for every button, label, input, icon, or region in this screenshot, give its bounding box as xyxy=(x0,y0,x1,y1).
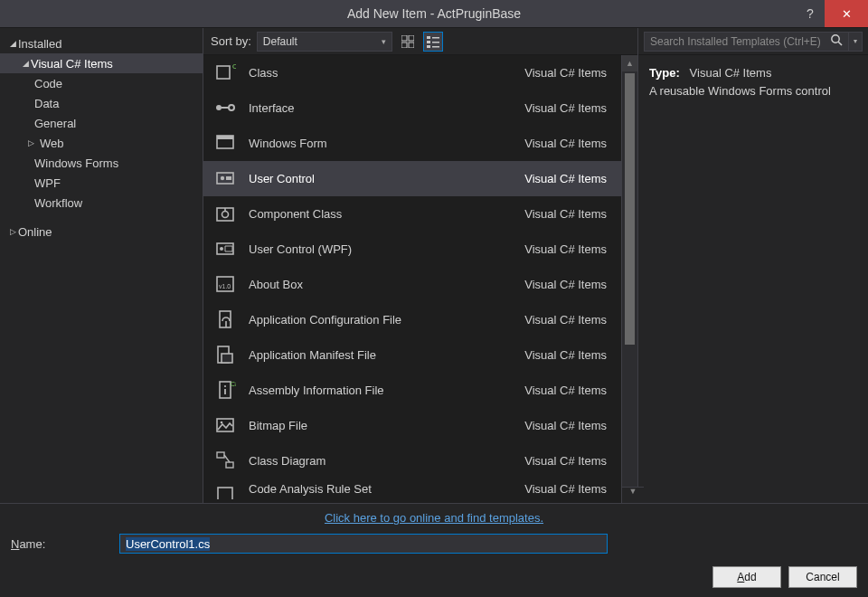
collapse-arrow-icon: ◢ xyxy=(20,59,31,68)
template-lang: Visual C# Items xyxy=(524,101,612,115)
template-lang: Visual C# Items xyxy=(524,207,612,221)
template-label: Class Diagram xyxy=(249,454,524,468)
template-row[interactable]: C#Assembly Information FileVisual C# Ite… xyxy=(203,373,621,408)
search-input[interactable]: Search Installed Templates (Ctrl+E) xyxy=(644,32,849,52)
online-templates-link[interactable]: Click here to go online and find templat… xyxy=(325,511,543,525)
template-row[interactable]: User ControlVisual C# Items xyxy=(203,161,621,196)
template-info: Type: Visual C# Items A reusable Windows… xyxy=(638,55,868,109)
svg-rect-6 xyxy=(427,41,430,43)
template-lang: Visual C# Items xyxy=(524,66,612,80)
sort-by-label: Sort by: xyxy=(209,34,251,48)
assemblyinfo-icon: C# xyxy=(212,377,238,403)
template-row[interactable]: InterfaceVisual C# Items xyxy=(203,90,621,126)
view-small-icons-button[interactable] xyxy=(423,32,443,52)
tree-item-winforms[interactable]: Windows Forms xyxy=(0,153,203,173)
dialog-buttons: Add Cancel xyxy=(11,566,857,588)
svg-rect-37 xyxy=(217,452,224,458)
templates-toolbar: Sort by: Default ▾ xyxy=(203,28,637,55)
close-icon: ✕ xyxy=(842,7,852,21)
template-label: Application Manifest File xyxy=(249,348,524,362)
templates-list[interactable]: C#ClassVisual C# ItemsInterfaceVisual C#… xyxy=(203,55,621,503)
template-label: User Control xyxy=(249,172,524,185)
info-type-row: Type: Visual C# Items xyxy=(649,64,857,82)
template-lang: Visual C# Items xyxy=(524,313,612,327)
search-placeholder: Search Installed Templates (Ctrl+E) xyxy=(650,35,825,48)
svg-rect-7 xyxy=(432,42,439,43)
info-type-value: Visual C# Items xyxy=(690,66,772,80)
template-row[interactable]: Component ClassVisual C# Items xyxy=(203,196,621,232)
template-row[interactable]: Windows FormVisual C# Items xyxy=(203,126,621,161)
template-label: Application Configuration File xyxy=(249,313,524,327)
template-row[interactable]: User Control (WPF)Visual C# Items xyxy=(203,232,621,267)
usercontrol-wpf-icon xyxy=(212,236,238,261)
tree-item-data[interactable]: Data xyxy=(0,93,203,113)
template-label: Assembly Information File xyxy=(249,384,524,397)
name-input[interactable] xyxy=(119,534,608,554)
template-label: About Box xyxy=(249,278,524,291)
svg-rect-10 xyxy=(217,66,230,79)
template-lang: Visual C# Items xyxy=(524,242,612,256)
template-row[interactable]: Application Configuration FileVisual C# … xyxy=(203,302,621,337)
component-icon xyxy=(212,201,238,226)
online-templates-row: Click here to go online and find templat… xyxy=(11,504,857,534)
svg-point-32 xyxy=(224,385,226,387)
help-button[interactable]: ? xyxy=(796,0,825,27)
template-row[interactable]: C#ClassVisual C# Items xyxy=(203,55,621,90)
sort-by-dropdown[interactable]: Default ▾ xyxy=(257,32,392,52)
category-tree: ◢ Installed ◢ Visual C# Items Code Data … xyxy=(0,28,203,503)
template-row[interactable]: Class DiagramVisual C# Items xyxy=(203,443,621,479)
search-icon xyxy=(828,33,844,49)
scroll-up-icon[interactable]: ▲ xyxy=(622,55,637,71)
svg-point-18 xyxy=(221,176,224,180)
view-medium-icons-button[interactable] xyxy=(398,32,418,52)
info-type-label: Type: xyxy=(649,66,680,80)
template-row[interactable]: v1.0About BoxVisual C# Items xyxy=(203,267,621,302)
tree-item-wpf[interactable]: WPF xyxy=(0,173,203,193)
svg-rect-8 xyxy=(427,45,430,48)
search-row: Search Installed Templates (Ctrl+E) ▾ xyxy=(638,28,868,55)
name-row: Name: xyxy=(11,534,857,554)
bitmap-icon xyxy=(212,412,238,438)
tree-online[interactable]: ▷ Online xyxy=(0,222,203,242)
close-button[interactable]: ✕ xyxy=(825,0,868,27)
cancel-button[interactable]: Cancel xyxy=(788,566,857,588)
aboutbox-icon: v1.0 xyxy=(212,271,238,297)
svg-rect-9 xyxy=(432,46,439,48)
scroll-down-icon[interactable]: ▼ xyxy=(622,487,644,503)
tree-installed[interactable]: ◢ Installed xyxy=(0,33,203,53)
svg-rect-16 xyxy=(217,136,233,139)
usercontrol-icon xyxy=(212,166,238,191)
info-description: A reusable Windows Forms control xyxy=(649,82,857,100)
add-button[interactable]: Add xyxy=(712,566,781,588)
template-lang: Visual C# Items xyxy=(524,137,612,150)
tree-item-web[interactable]: ▷ Web xyxy=(0,133,203,153)
template-lang: Visual C# Items xyxy=(524,384,612,397)
collapse-arrow-icon: ◢ xyxy=(7,39,18,48)
scroll-thumb[interactable] xyxy=(625,73,635,345)
template-label: Windows Form xyxy=(249,137,524,150)
search-dropdown[interactable]: ▾ xyxy=(849,32,863,52)
template-label: Bitmap File xyxy=(249,419,524,432)
template-label: Component Class xyxy=(249,207,524,221)
tree-label: Windows Forms xyxy=(34,156,118,170)
tree-item-general[interactable]: General xyxy=(0,113,203,133)
tree-label: Web xyxy=(40,137,64,150)
name-label: Name: xyxy=(11,537,110,551)
template-label: User Control (WPF) xyxy=(249,242,524,256)
tree-item-code[interactable]: Code xyxy=(0,73,203,93)
svg-point-21 xyxy=(222,212,229,218)
svg-rect-1 xyxy=(409,35,414,41)
svg-rect-0 xyxy=(401,35,407,41)
scrollbar[interactable]: ▲ ▼ xyxy=(621,55,637,503)
chevron-down-icon: ▾ xyxy=(382,37,386,46)
manifest-icon xyxy=(212,342,238,367)
template-row[interactable]: Application Manifest FileVisual C# Items xyxy=(203,337,621,373)
bottom-panel: Click here to go online and find templat… xyxy=(0,503,868,597)
template-lang: Visual C# Items xyxy=(524,419,612,432)
svg-text:C#: C# xyxy=(232,62,236,71)
template-row[interactable]: Code Analysis Rule SetVisual C# Items xyxy=(203,479,621,500)
tree-item-workflow[interactable]: Workflow xyxy=(0,193,203,213)
template-row[interactable]: Bitmap FileVisual C# Items xyxy=(203,408,621,443)
tree-csharp-items[interactable]: ◢ Visual C# Items xyxy=(0,53,203,73)
svg-rect-38 xyxy=(226,462,233,468)
